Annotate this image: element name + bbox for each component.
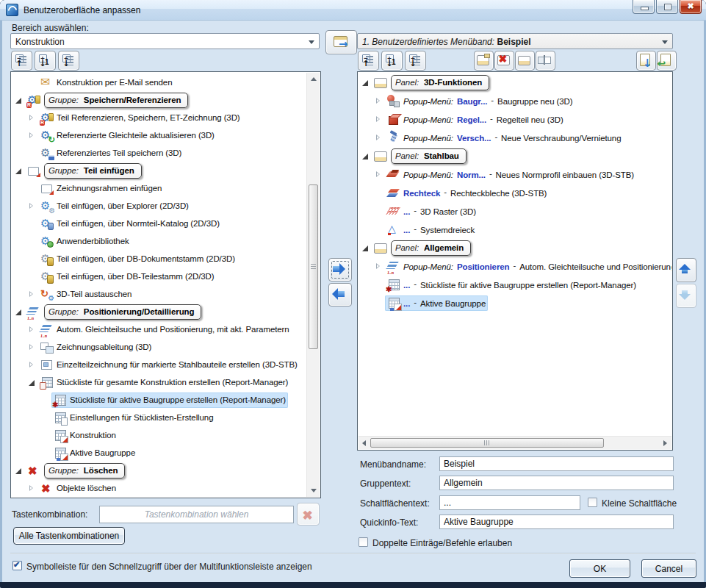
area-select-combobox[interactable]: Konstruktion: [10, 33, 320, 49]
tree-item-row[interactable]: Objekte löschen: [12, 479, 307, 497]
tree-item-row[interactable]: Popup-Menü:Regel...-Regelteil neu (3D): [359, 110, 671, 129]
tree-item-row[interactable]: Zeichnungsrahmen einfügen: [12, 179, 307, 197]
button-text-input[interactable]: [439, 495, 580, 510]
tree-row-content[interactable]: Referenziertes Teil speichern (3D): [38, 146, 184, 161]
minimize-button[interactable]: [633, 0, 655, 14]
scrollbar-thumb[interactable]: [309, 184, 318, 349]
import-button[interactable]: ↓: [636, 51, 656, 71]
expander-icon[interactable]: [28, 484, 36, 492]
expander-icon[interactable]: [15, 308, 23, 316]
tree-item-row[interactable]: Einstellungen für Stücklisten-Erstellung: [12, 409, 307, 426]
tree-row-content[interactable]: Gruppe:Speichern/Referenzieren: [25, 93, 190, 108]
tree-group-row[interactable]: Gruppe:Positionierung/Detaillierung: [12, 303, 307, 320]
delete-entry-button[interactable]: ✖: [494, 51, 514, 71]
tree-row-content[interactable]: Panel:3D-Funktionen: [372, 75, 491, 90]
left-expand-all-button[interactable]: [58, 51, 79, 71]
tree-row-content[interactable]: Anwenderbibliothek: [38, 234, 132, 249]
expander-icon[interactable]: [375, 134, 383, 142]
right-collapse-all-button[interactable]: [358, 51, 379, 71]
tree-item-row[interactable]: Konstruktion: [12, 426, 307, 444]
left-expand-one-button[interactable]: 1: [35, 51, 56, 71]
tree-row-content[interactable]: ...-3D Raster (3D): [385, 204, 478, 219]
tree-row-content[interactable]: ...-Stückliste für aktive Baugruppe erst…: [385, 277, 638, 293]
scroll-left-button[interactable]: [359, 437, 371, 449]
maximize-button[interactable]: [656, 0, 678, 14]
tree-row-content[interactable]: Teil einfügen, über Normteil-Katalog (2D…: [38, 216, 222, 232]
duplicates-checkbox[interactable]: [359, 537, 368, 547]
left-collapse-all-button[interactable]: [11, 51, 32, 71]
tree-row-content[interactable]: Panel:Stahlbau: [372, 148, 469, 164]
expander-icon[interactable]: [375, 262, 383, 270]
expander-icon[interactable]: [361, 152, 370, 160]
expander-icon[interactable]: [361, 79, 370, 87]
tree-item-row[interactable]: Teil einfügen, über Normteil-Katalog (2D…: [12, 215, 307, 232]
quickinfo-input[interactable]: [439, 514, 674, 529]
tree-row-content[interactable]: ⚙3D-Teil austauschen: [38, 287, 134, 302]
all-shortcuts-button[interactable]: Alle Tastenkombinationen: [13, 527, 125, 545]
vertical-scrollbar[interactable]: [306, 73, 320, 497]
expander-icon[interactable]: [28, 343, 36, 351]
right-expand-one-button[interactable]: 1: [381, 51, 403, 71]
tree-row-content[interactable]: Panel:Allgemein: [372, 240, 473, 256]
scrollbar-thumb[interactable]: [370, 438, 604, 448]
expander-icon[interactable]: [28, 290, 36, 298]
tree-row-content[interactable]: Popup-Menü:Baugr...-Baugruppe neu (3D): [385, 93, 575, 109]
tree-item-row[interactable]: Referenziertes Teil speichern (3D): [12, 144, 307, 162]
tree-item-row[interactable]: ...-Stückliste für aktive Baugruppe erst…: [359, 276, 671, 294]
tree-group-row[interactable]: Panel:Stahlbau: [359, 147, 671, 165]
tree-group-row[interactable]: Gruppe:Teil einfügen: [12, 162, 307, 179]
expander-icon[interactable]: [28, 132, 36, 140]
tree-item-row[interactable]: Teil einfügen, über DB-Teilestamm (2D/3D…: [12, 268, 307, 285]
tree-row-content[interactable]: ...-Systemdreieck: [385, 222, 477, 237]
tree-row-content[interactable]: Einstellungen für Stücklisten-Erstellung: [51, 410, 215, 426]
tree-row-content[interactable]: Teil einfügen, über DB-Teilestamm (2D/3D…: [38, 269, 217, 284]
tree-row-content[interactable]: Autom. Gleichteilsuche und Positionierun…: [38, 322, 292, 337]
transfer-area-button[interactable]: →: [325, 30, 357, 54]
tree-item-row[interactable]: ...-Aktive Baugruppe: [359, 294, 671, 312]
tree-item-row[interactable]: ⚙Teil einfügen, über Explorer (2D/3D): [12, 197, 307, 215]
tree-row-content[interactable]: Teil Referenzieren, Speichern, ET-Zeichn…: [38, 110, 242, 126]
tree-row-content[interactable]: Gruppe:Teil einfügen: [25, 163, 144, 179]
expander-icon[interactable]: [28, 361, 36, 369]
tree-group-row[interactable]: Panel:3D-Funktionen: [359, 74, 671, 92]
tree-group-row[interactable]: Gruppe:Speichern/Referenzieren: [12, 91, 307, 109]
horizontal-scrollbar[interactable]: [359, 436, 671, 449]
move-down-button[interactable]: [676, 284, 696, 308]
tree-row-content[interactable]: ↻Referenzierte Gleichteile aktualisieren…: [38, 128, 217, 143]
shortcut-delete-button[interactable]: [297, 503, 320, 526]
scroll-up-button[interactable]: [307, 73, 320, 85]
new-panel-button[interactable]: [474, 51, 494, 71]
tree-row-content[interactable]: Rechteck-Rechteckbleche (3D-STB): [385, 185, 549, 201]
tree-item-row[interactable]: ⚙3D-Teil austauschen: [12, 285, 307, 303]
small-button-checkbox[interactable]: [588, 498, 597, 507]
tree-row-content[interactable]: Stückliste für aktive Baugruppe erstelle…: [51, 392, 288, 408]
tree-row-content[interactable]: Konstruktion per E-Mail senden: [38, 75, 174, 90]
ribbon-select-combobox[interactable]: 1. Benutzerdefiniertes Menüband: Beispie…: [357, 33, 673, 49]
expander-icon[interactable]: [375, 97, 383, 105]
tree-row-content[interactable]: Einzelteilzeichnung für markierte Stahlb…: [38, 357, 300, 373]
tree-item-row[interactable]: ↻Referenzierte Gleichteile aktualisieren…: [12, 126, 307, 144]
tree-row-content[interactable]: Teil einfügen, über DB-Dokumentstamm (2D…: [38, 251, 237, 267]
cancel-button[interactable]: Cancel: [641, 559, 696, 578]
expander-icon[interactable]: [15, 467, 23, 475]
move-right-button[interactable]: [328, 258, 352, 282]
tree-item-row[interactable]: ...-3D Raster (3D): [359, 202, 671, 220]
tree-row-content[interactable]: Popup-Menü:Positionieren-Autom. Gleichte…: [385, 259, 671, 274]
tree-item-row[interactable]: Popup-Menü:Positionieren-Autom. Gleichte…: [359, 257, 671, 276]
tree-row-content[interactable]: Objekte löschen: [38, 481, 118, 496]
tree-row-content[interactable]: Gruppe:Positionierung/Detaillierung: [25, 304, 203, 320]
tree-row-content[interactable]: Popup-Menü:Versch...-Neue Verschraubung/…: [385, 130, 623, 146]
expander-icon[interactable]: [28, 114, 36, 122]
expander-icon[interactable]: [361, 244, 370, 252]
close-button[interactable]: ✖: [680, 0, 702, 14]
reset-button[interactable]: ↩: [657, 51, 677, 71]
ribbon-name-input[interactable]: [439, 456, 674, 471]
titlebar[interactable]: Benutzeroberfläche anpassen ✖: [0, 0, 706, 21]
tree-row-content[interactable]: ...-Aktive Baugruppe: [385, 295, 488, 311]
expander-icon[interactable]: [15, 167, 23, 175]
tree-group-row[interactable]: Gruppe:Löschen: [12, 462, 307, 479]
expander-icon[interactable]: [28, 326, 36, 334]
expander-icon[interactable]: [375, 115, 383, 123]
tree-row-content[interactable]: Zeichnungsrahmen einfügen: [38, 181, 164, 196]
tree-item-row[interactable]: Autom. Gleichteilsuche und Positionierun…: [12, 320, 307, 338]
